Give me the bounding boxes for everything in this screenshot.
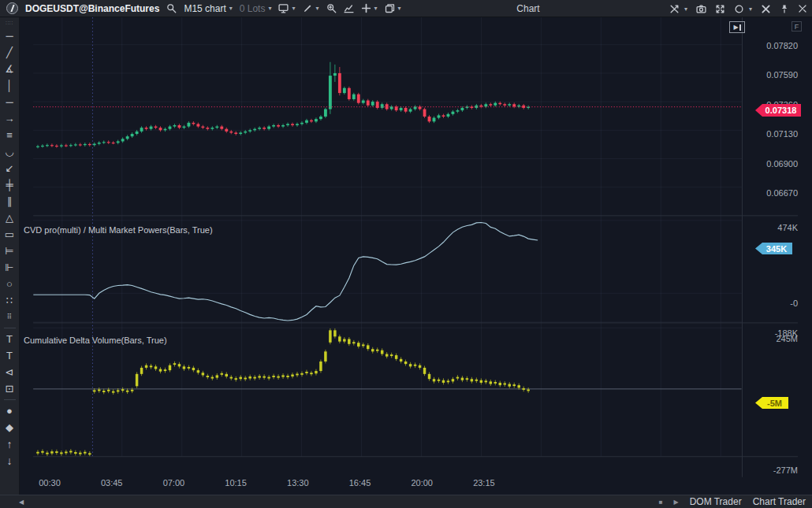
search-icon[interactable] [166, 3, 177, 13]
symbol-title[interactable]: DOGEUSDT@BinanceFutures [25, 3, 159, 14]
tool-trend-line[interactable]: ╱ [0, 44, 20, 61]
tool-price-label[interactable]: ⊲ [0, 364, 20, 380]
cvd-pane-label[interactable]: CVD pro(multi) / Multi Market Powers(Bar… [24, 225, 213, 235]
panel-drag-handle[interactable]: ∷∷ [0, 18, 20, 28]
tool-arrow-marker[interactable]: ↙ [0, 160, 20, 176]
chart-canvas[interactable] [0, 17, 812, 495]
pin-icon[interactable] [780, 4, 789, 13]
chevron-down-icon[interactable]: ▾ [398, 5, 401, 12]
tool-arrow-line[interactable]: → [0, 110, 20, 127]
chevron-down-icon[interactable]: ▾ [684, 6, 687, 13]
sidebar-separator [4, 399, 16, 400]
chevron-down-icon[interactable]: ▾ [749, 6, 752, 13]
toolbar-right-cluster: ▾ ▾ [669, 0, 807, 17]
close-icon[interactable] [798, 4, 807, 13]
period-selector[interactable]: M15 chart [184, 3, 225, 14]
marker-diamond[interactable]: ◆ [0, 419, 20, 436]
chart-toolbar: DOGEUSDT@BinanceFutures M15 chart ▾ 0 Lo… [0, 0, 812, 17]
dom-trader-tab[interactable]: DOM Trader [690, 496, 742, 507]
tool-horizontal-ray[interactable]: ─ [0, 94, 20, 110]
drawing-pencil-icon[interactable] [303, 3, 313, 13]
tool-angle[interactable]: ∡ [0, 61, 20, 77]
chevron-down-icon[interactable]: ▾ [374, 5, 378, 12]
panel-title: Chart [516, 3, 539, 14]
pane-fullscreen-button[interactable]: F [792, 21, 802, 32]
panel-play-icon[interactable]: ▶ [673, 499, 678, 506]
play-icon: ▶ [733, 24, 738, 31]
tool-composite-profile[interactable]: ⊩ [0, 259, 20, 276]
delta-pane-label[interactable]: Cumulative Delta Volume(Bars, True) [24, 336, 167, 345]
chevron-down-icon[interactable]: ▾ [229, 5, 233, 12]
board-selector-icon[interactable] [278, 3, 289, 13]
lots-selector[interactable]: 0 Lots [240, 3, 266, 14]
tool-parallel-channel[interactable]: ≡ [0, 127, 20, 143]
chevron-down-icon[interactable]: ▾ [268, 5, 271, 12]
settings-tools-icon[interactable] [761, 4, 771, 14]
jump-to-latest-button[interactable]: ▶ [729, 21, 745, 33]
collapse-left-icon[interactable]: ◀ [19, 499, 24, 506]
tool-dots-pattern[interactable]: ∷ [0, 292, 20, 309]
drawing-tools-sidebar: ∷∷─╱∡│─→≡◡↙╪∥△▭⊨⊩○∷⠿TT⊲⊡●◆↑↓ [0, 17, 20, 495]
tool-text[interactable]: T [0, 347, 20, 364]
pointer-mode-icon[interactable] [669, 4, 680, 14]
shape-circle-icon[interactable] [734, 4, 744, 14]
trading-app-window: DOGEUSDT@BinanceFutures M15 chart ▾ 0 Lo… [0, 0, 812, 508]
status-bar: ◀ ■ ▶ DOM Trader Chart Trader [0, 495, 812, 508]
chevron-down-icon[interactable]: ▾ [292, 5, 295, 12]
tool-ellipse[interactable]: ○ [0, 276, 20, 292]
tool-parallel-lines[interactable]: ∥ [0, 193, 20, 210]
tool-text-locked[interactable]: T [0, 331, 20, 347]
statusbar-right-cluster: ■ ▶ DOM Trader Chart Trader [659, 496, 812, 507]
tool-dots-grid[interactable]: ⠿ [0, 309, 20, 325]
tool-note[interactable]: ⊡ [0, 380, 20, 397]
app-logo[interactable] [6, 2, 18, 14]
marker-arrow-down[interactable]: ↓ [0, 452, 20, 469]
tool-volume-profile[interactable]: ⊨ [0, 243, 20, 259]
tool-rectangle[interactable]: ▭ [0, 226, 20, 243]
zoom-icon[interactable] [326, 3, 337, 13]
tool-vertical-line[interactable]: │ [0, 77, 20, 94]
tool-measure[interactable]: ╪ [0, 176, 20, 193]
panel-square-icon[interactable]: ■ [659, 499, 663, 506]
chart-trader-tab[interactable]: Chart Trader [753, 496, 806, 507]
templates-icon[interactable] [385, 3, 395, 13]
marker-arrow-up[interactable]: ↑ [0, 436, 20, 452]
sidebar-separator [4, 328, 16, 328]
chevron-down-icon[interactable]: ▾ [316, 5, 319, 12]
screenshot-camera-icon[interactable] [696, 4, 706, 14]
tool-curve[interactable]: ◡ [0, 143, 20, 160]
marker-circle[interactable]: ● [0, 402, 20, 419]
chart-style-icon[interactable] [344, 3, 354, 13]
tool-horizontal-line[interactable]: ─ [0, 28, 20, 44]
tool-triangle[interactable]: △ [0, 210, 20, 226]
fullscreen-icon[interactable] [715, 4, 725, 14]
add-indicator-icon[interactable] [361, 3, 371, 13]
